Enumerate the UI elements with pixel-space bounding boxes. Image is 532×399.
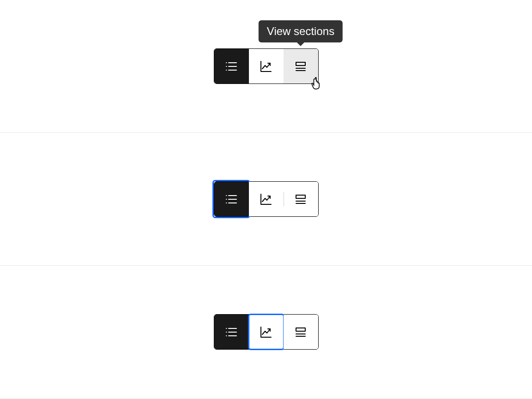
content-switcher: [214, 314, 319, 350]
sections-icon: [294, 60, 308, 73]
content-switcher: View sections: [214, 48, 319, 84]
switcher-sections-button[interactable]: [284, 315, 318, 349]
chart-icon: [259, 192, 273, 206]
list-icon: [224, 325, 238, 339]
example-hover-tooltip: View sections: [0, 0, 532, 133]
chart-icon: [259, 60, 273, 73]
chart-icon: [259, 325, 273, 339]
segment-divider: [284, 192, 284, 206]
switcher-chart-button[interactable]: [249, 49, 284, 83]
list-icon: [224, 192, 238, 206]
switcher-sections-button[interactable]: [284, 182, 318, 216]
tooltip-text: View sections: [267, 25, 334, 37]
tooltip: View sections: [259, 20, 343, 42]
switcher-sections-button[interactable]: View sections: [284, 49, 318, 83]
sections-icon: [294, 192, 308, 206]
content-switcher: [214, 181, 319, 217]
sections-icon: [294, 325, 308, 339]
switcher-list-button[interactable]: [214, 49, 249, 83]
pointer-cursor-icon: [310, 75, 325, 90]
example-focus-selected: [0, 133, 532, 266]
list-icon: [224, 60, 238, 73]
switcher-chart-button[interactable]: [249, 315, 284, 349]
switcher-list-button[interactable]: [214, 315, 249, 349]
switcher-chart-button[interactable]: [249, 182, 284, 216]
example-focus-unselected: [0, 266, 532, 399]
switcher-list-button[interactable]: [214, 182, 249, 216]
